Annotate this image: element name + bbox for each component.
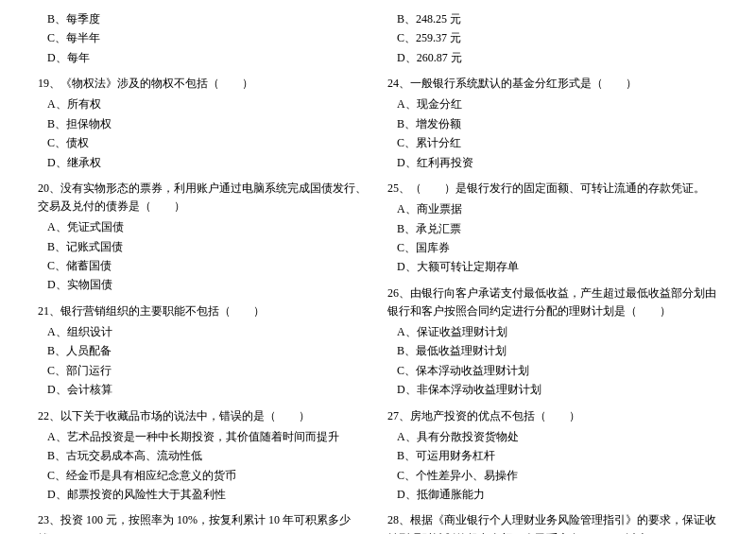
question-23: 23、投资 100 元，按照率为 10%，按复利累计 10 年可积累多少钱？（ … [38,511,369,534]
option-item: A、保证收益理财计划 [397,322,718,341]
option-item: D、抵御通胀能力 [397,485,718,504]
option-item: B、记账式国债 [47,237,369,256]
question-text: 25、（ ）是银行发行的固定面额、可转让流通的存款凭证。 [387,180,718,198]
option-item: A、商业票据 [397,199,718,218]
option-item: D、继承权 [47,153,369,172]
option-item: B、承兑汇票 [397,219,718,238]
option-item: C、储蓄国债 [47,256,369,275]
option-item: B、248.25 元 [397,9,718,28]
continuation-options-right: B、248.25 元 C、259.37 元 D、260.87 元 [387,9,718,67]
question-text: 23、投资 100 元，按照率为 10%，按复利累计 10 年可积累多少钱？（ … [38,511,369,534]
question-text: 27、房地产投资的优点不包括（ ） [387,407,718,425]
option-item: C、部门运行 [47,361,369,380]
option-item: A、现金分红 [397,95,718,113]
option-item: B、人员配备 [47,341,369,360]
option-item: B、古玩交易成本高、流动性低 [47,446,369,465]
question-20: 20、没有实物形态的票券，利用账户通过电脑系统完成国债发行、交易及兑付的债券是（… [38,180,369,295]
option-item: B、最低收益理财计划 [397,341,718,360]
option-item: C、个性差异小、易操作 [397,466,718,485]
question-text: 19、《物权法》涉及的物权不包括（ ） [38,75,369,93]
option-item: C、259.37 元 [397,28,718,47]
option-item: A、组织设计 [47,322,369,341]
question-options: A、凭证式国债 B、记账式国债 C、储蓄国债 D、实物国债 [38,217,369,295]
option-item: C、累计分红 [397,133,718,152]
question-28: 28、根据《商业银行个人理财业务风险管理指引》的要求，保证收益型理财计划的起点金… [387,511,718,534]
option-item: D、红利再投资 [397,153,718,172]
option-item: B、每季度 [47,9,369,28]
continuation-right: B、248.25 元 C、259.37 元 D、260.87 元 [387,9,718,67]
option-item: D、大额可转让定期存单 [397,257,718,276]
left-column: B、每季度 C、每半年 D、每年 19、《物权法》涉及的物权不包括（ ） A、所… [38,9,369,534]
option-item: B、可运用财务杠杆 [397,446,718,465]
option-item: D、邮票投资的风险性大于其盈利性 [47,485,369,504]
question-26: 26、由银行向客户承诺支付最低收益，产生超过最低收益部分划由银行和客户按照合同约… [387,284,718,400]
option-item: D、非保本浮动收益理财计划 [397,380,718,399]
question-options: A、现金分红 B、增发份额 C、累计分红 D、红利再投资 [387,95,718,172]
option-item: A、所有权 [47,95,369,113]
question-options: A、保证收益理财计划 B、最低收益理财计划 C、保本浮动收益理财计划 D、非保本… [387,322,718,400]
question-text: 24、一般银行系统默认的基金分红形式是（ ） [387,75,718,93]
question-19: 19、《物权法》涉及的物权不包括（ ） A、所有权 B、担保物权 C、债权 D、… [38,75,369,172]
question-options: A、具有分散投资货物处 B、可运用财务杠杆 C、个性差异小、易操作 D、抵御通胀… [387,427,718,505]
option-item: C、国库券 [397,238,718,257]
question-options: A、所有权 B、担保物权 C、债权 D、继承权 [38,95,369,172]
question-options: A、商业票据 B、承兑汇票 C、国库券 D、大额可转让定期存单 [387,199,718,277]
question-21: 21、银行营销组织的主要职能不包括（ ） A、组织设计 B、人员配备 C、部门运… [38,302,369,400]
option-item: C、保本浮动收益理财计划 [397,361,718,380]
question-text: 26、由银行向客户承诺支付最低收益，产生超过最低收益部分划由银行和客户按照合同约… [387,284,718,320]
question-text: 20、没有实物形态的票券，利用账户通过电脑系统完成国债发行、交易及兑付的债券是（… [38,180,369,215]
question-22: 22、以下关于收藏品市场的说法中，错误的是（ ） A、艺术品投资是一种中长期投资… [38,407,369,505]
question-options: A、组织设计 B、人员配备 C、部门运行 D、会计核算 [38,322,369,400]
option-item: A、具有分散投资货物处 [397,427,718,446]
option-item: D、会计核算 [47,380,369,399]
option-item: A、凭证式国债 [47,217,369,236]
option-item: D、每年 [47,48,369,67]
option-item: B、担保物权 [47,114,369,133]
question-text: 28、根据《商业银行个人理财业务风险管理指引》的要求，保证收益型理财计划的起点金… [387,511,718,534]
right-column: B、248.25 元 C、259.37 元 D、260.87 元 24、一般银行… [387,9,718,534]
question-options: A、艺术品投资是一种中长期投资，其价值随着时间而提升 B、古玩交易成本高、流动性… [38,427,369,505]
option-item: C、每半年 [47,28,369,47]
question-text: 21、银行营销组织的主要职能不包括（ ） [38,302,369,320]
option-item: D、实物国债 [47,275,369,294]
question-text: 22、以下关于收藏品市场的说法中，错误的是（ ） [38,407,369,425]
option-item: B、增发份额 [397,114,718,133]
continuation-options-left: B、每季度 C、每半年 D、每年 [38,9,369,67]
continuation-left: B、每季度 C、每半年 D、每年 [38,9,369,67]
question-27: 27、房地产投资的优点不包括（ ） A、具有分散投资货物处 B、可运用财务杠杆 … [387,407,718,505]
option-item: A、艺术品投资是一种中长期投资，其价值随着时间而提升 [47,427,369,446]
option-item: C、债权 [47,133,369,152]
option-item: C、经金币是具有相应纪念意义的货币 [47,466,369,485]
question-24: 24、一般银行系统默认的基金分红形式是（ ） A、现金分红 B、增发份额 C、累… [387,75,718,172]
question-25: 25、（ ）是银行发行的固定面额、可转让流通的存款凭证。 A、商业票据 B、承兑… [387,180,718,277]
option-item: D、260.87 元 [397,48,718,67]
